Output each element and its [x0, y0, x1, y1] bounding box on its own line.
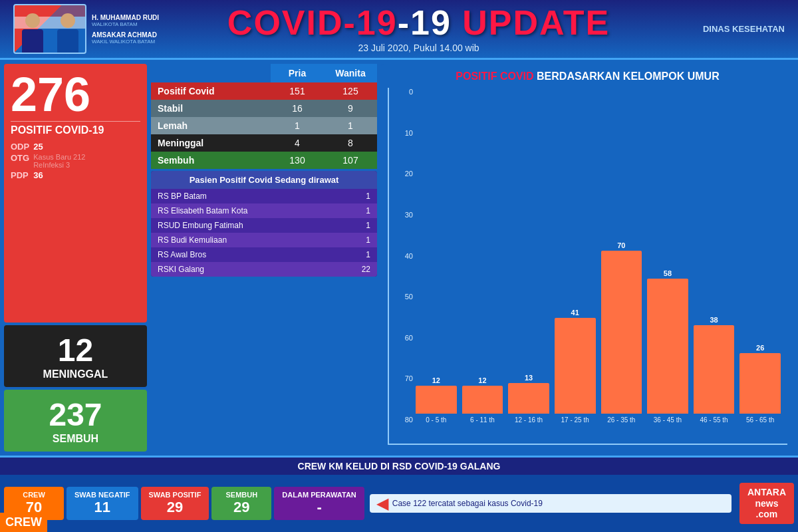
row-wanita: 1 — [324, 117, 377, 134]
pdp-value: 36 — [33, 170, 140, 180]
positif-number: 276 — [11, 70, 140, 118]
bar-label: 36 - 45 th — [654, 416, 682, 424]
odp-label: ODP — [11, 142, 29, 152]
table-row: Sembuh 130 107 — [151, 152, 377, 169]
footer-stats: CREW 70 SWAB NEGATIF 11 SWAB POSITIF 29 … — [0, 475, 798, 532]
bar-group: 70 26 - 35 th — [601, 94, 642, 424]
table-row: Stabil 16 9 — [151, 100, 377, 117]
swab-neg-stat: SWAB NEGATIF 11 — [66, 487, 138, 520]
pasien-name: RS Budi Kemuliaan — [158, 235, 227, 245]
pdp-label: PDP — [11, 170, 29, 180]
pasien-header: Pasien Positif Covid Sedang dirawat — [151, 171, 377, 189]
table-row: Meninggal 4 8 — [151, 134, 377, 152]
otg-sub2: ReInfeksi 3 — [33, 161, 140, 169]
chart-area: 80706050403020100 12 0 - 5 th 12 6 - 11 … — [388, 88, 787, 445]
row-label: Meninggal — [151, 134, 271, 152]
header: H. MUHAMMAD RUDI WALIKOTA BATAM AMSAKAR … — [0, 0, 798, 60]
pasien-row: RS Budi Kemuliaan 1 — [151, 233, 377, 247]
bar — [416, 386, 457, 414]
pasien-count: 1 — [366, 250, 370, 259]
pasien-name: RSUD Embung Fatimah — [158, 221, 243, 230]
row-wanita: 9 — [324, 100, 377, 117]
bar-label: 26 - 35 th — [607, 416, 635, 424]
bar-value: 70 — [617, 241, 625, 249]
bar-value: 41 — [571, 309, 579, 317]
row-pria: 130 — [271, 152, 324, 169]
pasien-row: RS BP Batam 1 — [151, 189, 377, 203]
y-tick: 30 — [389, 211, 416, 219]
gender-table: Pria Wanita Positif Covid 151 125Stabil … — [151, 64, 377, 169]
bar — [555, 318, 596, 414]
pasien-count: 1 — [366, 235, 370, 245]
bar — [601, 251, 642, 414]
sembuh-number: 237 — [11, 396, 140, 433]
bar-label: 12 - 16 th — [515, 416, 543, 424]
pasien-name: RSKI Galang — [158, 265, 204, 274]
bar — [647, 279, 688, 414]
bar-group: 12 6 - 11 th — [462, 94, 503, 424]
sembuh-label: SEMBUH — [11, 433, 140, 445]
row-label: Positif Covid — [151, 82, 271, 100]
pasien-count: 1 — [366, 192, 370, 201]
pasien-row: RSUD Embung Fatimah 1 — [151, 218, 377, 233]
y-tick: 20 — [389, 170, 416, 178]
row-pria: 151 — [271, 82, 324, 100]
meninggal-number: 12 — [11, 332, 140, 368]
row-wanita: 8 — [324, 134, 377, 152]
agency-name: DINAS KESEHATAN — [678, 24, 785, 34]
pasien-name: RS Awal Bros — [158, 250, 206, 259]
bar-group: 26 56 - 65 th — [739, 94, 781, 424]
covid-title: COVID-19-19 UPDATE — [159, 5, 678, 40]
bar — [739, 353, 781, 414]
bar-group: 13 12 - 16 th — [508, 94, 549, 424]
bar-label: 6 - 11 th — [470, 416, 495, 424]
arrow-icon: ◀ — [376, 494, 388, 513]
pasien-section: Pasien Positif Covid Sedang dirawat RS B… — [151, 171, 377, 277]
pasien-name: RS Elisabeth Batam Kota — [158, 206, 247, 215]
pasien-row: RS Awal Bros 1 — [151, 247, 377, 262]
positif-label: POSITIF COVID-19 — [11, 121, 140, 136]
otg-sub1: Kasus Baru 212 — [33, 153, 140, 161]
row-pria: 16 — [271, 100, 324, 117]
bar-label: 46 - 55 th — [700, 416, 728, 424]
bar-label: 56 - 65 th — [746, 416, 774, 424]
main-content: 276 POSITIF COVID-19 ODP 25 OTG Kasus Ba… — [0, 60, 798, 456]
meninggal-box: 12 MENINGGAL — [4, 325, 147, 387]
y-tick: 10 — [389, 129, 416, 137]
y-tick: 0 — [389, 88, 416, 96]
bar-value: 13 — [525, 374, 533, 382]
y-tick: 40 — [389, 252, 416, 260]
chart-bars: 12 0 - 5 th 12 6 - 11 th 13 12 - 16 th 4… — [416, 94, 781, 424]
officials-photo — [13, 4, 86, 54]
odp-value: 25 — [33, 142, 140, 152]
bar-group: 58 36 - 45 th — [647, 94, 688, 424]
crew-badge: CREW — [0, 513, 47, 532]
row-label: Lemah — [151, 117, 271, 134]
y-tick: 60 — [389, 334, 416, 342]
pasien-rows: RS BP Batam 1RS Elisabeth Batam Kota 1RS… — [151, 189, 377, 277]
positif-box: 276 POSITIF COVID-19 ODP 25 OTG Kasus Ba… — [4, 64, 147, 323]
bar — [462, 386, 503, 414]
table-row: Lemah 1 1 — [151, 117, 377, 134]
footer-title: CREW KM KELUD DI RSD COVID-19 GALANG — [0, 458, 798, 475]
row-label: Stabil — [151, 100, 271, 117]
col-pria: Pria — [271, 64, 324, 82]
col-wanita: Wanita — [324, 64, 377, 82]
header-left: H. MUHAMMAD RUDI WALIKOTA BATAM AMSAKAR … — [13, 4, 159, 54]
y-axis: 80706050403020100 — [389, 88, 416, 424]
officials-names: H. MUHAMMAD RUDI WALIKOTA BATAM AMSAKAR … — [92, 14, 159, 45]
swab-pos-stat: SWAB POSITIF 29 — [141, 487, 209, 520]
sembuh-stat: SEMBUH 29 — [211, 487, 271, 520]
bar-group: 41 17 - 25 th — [555, 94, 596, 424]
bar-value: 26 — [756, 344, 764, 352]
antara-logo: ANTARA news .com — [739, 483, 794, 524]
footer-note: ◀ Case 122 tercatat sebagai kasus Covid-… — [370, 494, 732, 513]
perawatan-stat: DALAM PERAWATAN - — [274, 487, 364, 520]
header-center: COVID-19-19 UPDATE 23 Juli 2020, Pukul 1… — [159, 5, 678, 53]
bar-value: 12 — [478, 376, 486, 384]
row-wanita: 107 — [324, 152, 377, 169]
pasien-row: RSKI Galang 22 — [151, 262, 377, 277]
meninggal-label: MENINGGAL — [11, 368, 140, 380]
table-row: Positif Covid 151 125 — [151, 82, 377, 100]
middle-panel: Pria Wanita Positif Covid 151 125Stabil … — [151, 64, 377, 452]
